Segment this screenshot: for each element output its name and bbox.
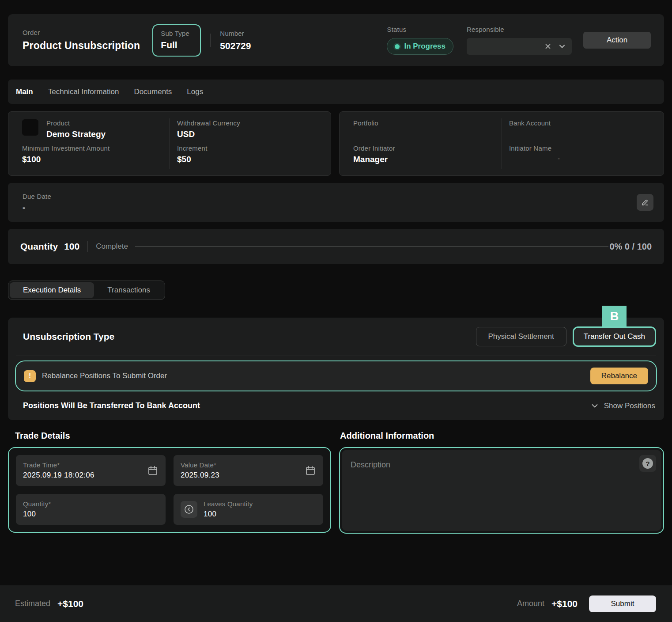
complete-label: Complete [96, 242, 128, 251]
bank-account-cell: Bank Account [502, 118, 657, 144]
status-badge: In Progress [387, 38, 453, 55]
initiator-name-value: - [509, 155, 560, 162]
hotkey-badge-b: B [602, 306, 627, 327]
product-label: Product [46, 119, 106, 127]
rebalance-alert-text: Rebalance Positions To Submit Order [42, 372, 167, 380]
leaves-quantity-field: Leaves Quantity 100 [174, 494, 323, 525]
help-button[interactable]: ? [639, 455, 656, 472]
responsible-select[interactable] [467, 38, 572, 55]
pencil-icon [641, 198, 649, 207]
tab-documents[interactable]: Documents [134, 87, 172, 96]
trade-details-title: Trade Details [15, 431, 331, 441]
tab-transactions[interactable]: Transactions [94, 282, 163, 298]
withdrawal-currency-label: Withdrawal Currency [177, 119, 322, 127]
leaves-quantity-value: 100 [204, 510, 216, 518]
trade-time-value: 2025.09.19 18:02:06 [23, 471, 94, 479]
order-initiator-cell: Order Initiator Manager [346, 144, 502, 169]
main-tabbar: Main Technical Information Documents Log… [8, 80, 664, 104]
rebalance-button[interactable]: Rebalance [590, 368, 648, 384]
order-initiator-label: Order Initiator [353, 144, 500, 152]
trade-details-box: Trade Time* 2025.09.19 18:02:06 Value Da… [8, 447, 331, 533]
description-input[interactable] [342, 450, 661, 531]
edit-due-date-button[interactable] [637, 194, 653, 211]
portfolio-card: Portfolio Bank Account Order Initiator M… [339, 111, 664, 176]
progress-track [135, 246, 608, 247]
estimated-value: +$100 [57, 599, 83, 609]
order-title-group: Order Product Unsubscription [23, 29, 140, 52]
initiator-name-cell: Initiator Name - [502, 144, 657, 169]
min-investment-value: $100 [22, 155, 41, 164]
bank-account-label: Bank Account [509, 119, 655, 127]
increment-value: $50 [177, 155, 191, 164]
responsible-label: Responsible [467, 26, 572, 33]
tab-logs[interactable]: Logs [187, 87, 203, 96]
withdrawal-currency-value: USD [177, 129, 195, 139]
initiator-name-label: Initiator Name [509, 144, 655, 152]
additional-info-section: Additional Information ? [339, 431, 664, 534]
product-cell: Product Demo Strategy [15, 118, 170, 144]
status-value: In Progress [404, 42, 445, 51]
value-date-field[interactable]: Value Date* 2025.09.23 [174, 455, 323, 486]
copy-leaves-quantity-button[interactable] [181, 501, 197, 518]
min-investment-label: Minimum Investment Amount [22, 144, 168, 152]
physical-settlement-button[interactable]: Physical Settlement [476, 327, 566, 346]
quantity-field-value: 100 [23, 510, 36, 518]
transfer-out-cash-button[interactable]: Transfer Out Cash [573, 326, 656, 347]
amount-label: Amount [517, 599, 544, 608]
quantity-label: Quantity [20, 241, 58, 252]
trade-time-label: Trade Time* [23, 461, 147, 469]
positions-transfer-text: Positions Will Be Transferred To Bank Ac… [23, 401, 200, 410]
question-icon: ? [642, 458, 653, 469]
additional-info-box: ? [339, 447, 664, 534]
unsubscription-card: Unsubscription Type Physical Settlement … [8, 318, 664, 420]
leaves-quantity-label: Leaves Quantity [204, 500, 316, 508]
sub-type-box: Sub Type Full [152, 24, 201, 57]
action-button[interactable]: Action [583, 32, 651, 49]
responsible-group: Responsible [467, 26, 572, 55]
divider [16, 356, 656, 356]
increment-label: Increment [177, 144, 322, 152]
quantity-field[interactable]: Quantity* 100 [16, 494, 166, 525]
amount-value: +$100 [551, 599, 578, 609]
quantity-card: Quantity 100 Complete 0% 0 / 100 [8, 229, 664, 264]
progress-text: 0% 0 / 100 [609, 242, 652, 252]
calendar-icon[interactable] [147, 465, 159, 476]
quantity-field-label: Quantity* [23, 500, 159, 508]
due-date-card: Due Date - [8, 183, 664, 222]
main-content: Order Product Unsubscription Sub Type Fu… [0, 0, 672, 585]
product-avatar [22, 119, 38, 136]
status-label: Status [387, 26, 453, 33]
warning-icon: ! [24, 370, 36, 382]
execution-tabbar: Execution Details Transactions [8, 281, 165, 300]
sub-type-value: Full [161, 40, 193, 50]
chevron-down-icon [591, 402, 599, 410]
value-date-value: 2025.09.23 [181, 471, 219, 479]
divider [210, 34, 211, 47]
tab-technical-information[interactable]: Technical Information [48, 87, 119, 96]
quantity-value: 100 [64, 241, 79, 252]
tab-execution-details[interactable]: Execution Details [10, 282, 94, 298]
product-card: Product Demo Strategy Withdrawal Currenc… [8, 111, 331, 176]
show-positions-label: Show Positions [604, 402, 655, 410]
min-investment-cell: Minimum Investment Amount $100 [15, 144, 170, 169]
rebalance-alert: ! Rebalance Positions To Submit Order Re… [15, 360, 657, 391]
info-cards-row: Product Demo Strategy Withdrawal Currenc… [8, 111, 664, 176]
footer-bar: Estimated +$100 Amount +$100 Submit [0, 585, 672, 622]
show-positions-toggle[interactable]: Show Positions [591, 402, 655, 410]
order-label: Order [23, 29, 140, 36]
due-date-value: - [23, 203, 25, 212]
trade-details-section: Trade Details Trade Time* 2025.09.19 18:… [8, 431, 331, 533]
sub-type-label: Sub Type [161, 30, 193, 37]
clear-icon[interactable] [544, 43, 551, 50]
trade-time-field[interactable]: Trade Time* 2025.09.19 18:02:06 [16, 455, 166, 486]
portfolio-cell: Portfolio [346, 118, 502, 144]
calendar-icon[interactable] [305, 465, 316, 476]
submit-button[interactable]: Submit [589, 595, 656, 612]
order-header: Order Product Unsubscription Sub Type Fu… [8, 14, 664, 66]
tab-main[interactable]: Main [16, 87, 33, 96]
chevron-down-icon[interactable] [559, 43, 566, 50]
status-dot-icon [395, 44, 400, 49]
unsubscription-type-title: Unsubscription Type [23, 331, 114, 342]
increment-cell: Increment $50 [170, 144, 324, 169]
due-date-label: Due Date [23, 193, 51, 200]
